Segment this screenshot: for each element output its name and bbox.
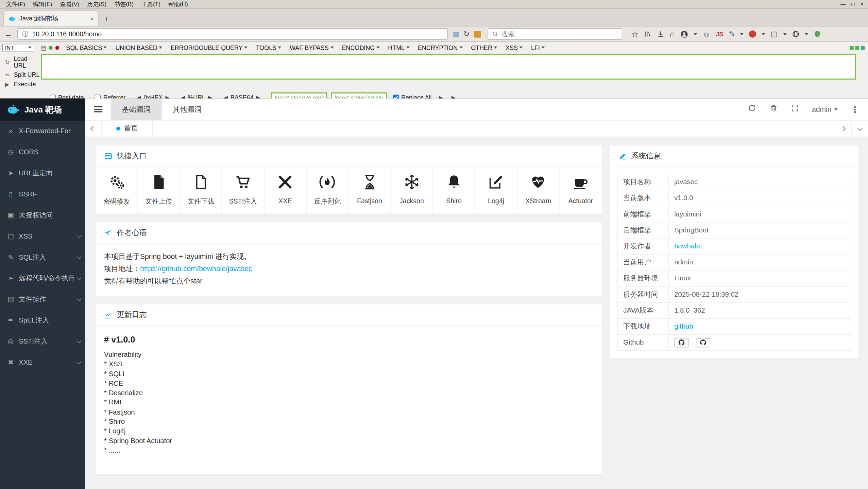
tabs-scroll-left-button[interactable] (85, 121, 102, 137)
quick-item-xxe[interactable]: XXE (265, 167, 307, 214)
shield-icon[interactable] (814, 31, 821, 38)
quick-item-file-download[interactable]: 文件下载 (180, 167, 222, 214)
translate-caret-icon[interactable] (805, 33, 808, 35)
hackbar-menu-waf-bypass[interactable]: WAF BYPASS (290, 44, 334, 51)
bookmark-star-icon[interactable]: ☆ (631, 30, 639, 38)
more-options-icon[interactable]: ⋮ (851, 104, 859, 114)
emoji-extension-icon[interactable]: ☺ (702, 30, 710, 38)
hackbar-menu-sql-basics[interactable]: SQL BASICS (66, 44, 107, 51)
hackbar-profile-select[interactable]: INT (2, 44, 34, 52)
sidebar-item-ssrf[interactable]: ▯SSRF (0, 184, 85, 205)
github-button[interactable] (674, 338, 688, 347)
url-bar[interactable]: ⓘ 10.20.0.116:8000/home (17, 28, 448, 40)
new-tab-button[interactable]: + (99, 12, 114, 26)
sidebar-item-xxe[interactable]: ✖XXE (0, 352, 85, 373)
js-extension-icon[interactable]: JS (716, 31, 723, 37)
refresh-icon[interactable] (748, 104, 756, 115)
tab-home[interactable]: 首页 (102, 121, 153, 137)
hackbar-menu-html[interactable]: HTML (388, 44, 409, 51)
hackbar-menu-tools[interactable]: TOOLS (256, 44, 282, 51)
sidebar-item-unauthorized[interactable]: ▣未授权访问 (0, 205, 85, 226)
hackbar-menu-lfi[interactable]: LFI (531, 44, 545, 51)
sidebar-item-x-forwarded-for[interactable]: »X-Forwarded-For (0, 121, 85, 142)
pages-extension-icon[interactable]: ▤ (771, 31, 778, 38)
user-menu[interactable]: admin (812, 105, 838, 113)
project-link[interactable]: https://github.com/bewhale/javasec (140, 264, 252, 273)
download-icon[interactable] (657, 31, 664, 38)
quick-item-ssti[interactable]: SSTI注入 (222, 167, 265, 214)
fullscreen-icon[interactable] (791, 104, 799, 114)
browser-tab[interactable]: Java 漏洞靶场 × (3, 11, 99, 26)
edit-extension-icon[interactable]: ✎ (729, 31, 735, 38)
quick-item-file-upload[interactable]: 文件上传 (138, 167, 180, 214)
hackbar-menu-encoding[interactable]: ENCODING (342, 44, 380, 51)
reload-icon[interactable]: ↻ (463, 31, 470, 38)
menu-help[interactable]: 帮助(H) (164, 0, 192, 8)
quick-item-password[interactable]: 密码修改 (96, 167, 138, 214)
hackbar-menu-error-double-query[interactable]: ERROR/DOUBLE QUERY (171, 44, 248, 51)
sidebar-item-sql-injection[interactable]: ✎SQL注入 (0, 247, 85, 268)
quick-item-xstream[interactable]: XStream (517, 167, 560, 214)
hackbar-menu-union-based[interactable]: UNION BASED (115, 44, 162, 51)
window-controls: — □ × (840, 1, 866, 7)
sidebar-item-xss[interactable]: ▢XSS (0, 226, 85, 247)
menu-bookmarks[interactable]: 书签(B) (110, 0, 138, 8)
tab-basic-vulns[interactable]: 基础漏洞 (111, 99, 162, 120)
home-icon[interactable]: ⌂ (670, 30, 675, 38)
sidebar: Java 靶场 »X-Forwarded-For ◷CORS ➤URL重定向 ▯… (0, 99, 85, 489)
author-link[interactable]: bewhale (674, 242, 700, 250)
quick-item-actuator[interactable]: Actuator (560, 167, 602, 214)
hamburger-menu-icon[interactable] (85, 99, 111, 120)
split-url-button[interactable]: ✂Split URL (5, 71, 41, 78)
account-caret-icon[interactable] (694, 33, 697, 35)
tab-close-icon[interactable]: × (90, 15, 93, 22)
quick-item-fastjson[interactable]: Fastjson (349, 167, 391, 214)
sidebar-item-file-ops[interactable]: ▤文件操作 (0, 289, 85, 310)
tabs-scroll-right-button[interactable] (835, 121, 851, 137)
sidebar-item-rce[interactable]: ➢远程代码/命令执行 (0, 268, 85, 289)
download-link[interactable]: github (674, 322, 693, 330)
search-input[interactable] (501, 31, 618, 37)
adblock-icon[interactable] (749, 31, 756, 38)
execute-button[interactable]: ▶Execute (5, 81, 41, 88)
tabs-menu-button[interactable] (851, 121, 868, 137)
info-icon[interactable]: ⓘ (22, 30, 28, 38)
menu-tools[interactable]: 工具(T) (137, 0, 164, 8)
menu-view[interactable]: 查看(V) (56, 0, 83, 8)
hackbar-menu-other[interactable]: OTHER (471, 44, 497, 51)
hackbar-save-icon[interactable]: ▤ (41, 45, 46, 51)
sidebar-item-cors[interactable]: ◷CORS (0, 142, 85, 163)
library-icon[interactable] (644, 31, 651, 38)
quick-item-jackson[interactable]: Jackson (391, 167, 433, 214)
hackbar-menu-xss[interactable]: XSS (506, 44, 523, 51)
menu-history[interactable]: 历史(S) (83, 0, 110, 8)
search-box[interactable] (488, 28, 623, 40)
tab-other-vulns[interactable]: 其他漏洞 (161, 99, 212, 120)
quick-item-log4j[interactable]: Log4j (475, 167, 517, 214)
sidebar-item-spel[interactable]: ✒SpEL注入 (0, 310, 85, 331)
menu-file[interactable]: 文件(F) (2, 0, 29, 8)
hackbar-textarea[interactable] (41, 54, 856, 80)
reader-mode-icon[interactable]: ▥ (452, 31, 459, 38)
close-button[interactable]: × (860, 1, 864, 7)
quick-item-shiro[interactable]: Shiro (433, 167, 475, 214)
back-icon[interactable]: ← (4, 30, 13, 38)
pages-caret-icon[interactable] (783, 33, 786, 35)
load-url-button[interactable]: ↻Load URL (5, 55, 41, 69)
adblock-caret-icon[interactable] (762, 33, 765, 35)
minimize-button[interactable]: — (840, 1, 846, 7)
quick-item-deserialize[interactable]: 反序列化 (307, 167, 349, 214)
account-icon[interactable] (680, 30, 688, 38)
app-logo[interactable]: Java 靶场 (0, 99, 85, 121)
edit-caret-icon[interactable] (741, 33, 744, 35)
trash-icon[interactable] (769, 104, 778, 115)
maximize-button[interactable]: □ (851, 1, 855, 7)
github-button[interactable] (696, 338, 710, 347)
container-icon[interactable] (474, 31, 481, 37)
hackbar-menu-encryption[interactable]: ENCRYPTION (418, 44, 463, 51)
sidebar-item-url-redirect[interactable]: ➤URL重定向 (0, 163, 85, 184)
translate-icon[interactable] (792, 31, 799, 38)
menu-edit[interactable]: 编辑(E) (29, 0, 56, 8)
author-header: 作者心语 (96, 223, 602, 244)
sidebar-item-ssti[interactable]: ◎SSTI注入 (0, 331, 85, 352)
